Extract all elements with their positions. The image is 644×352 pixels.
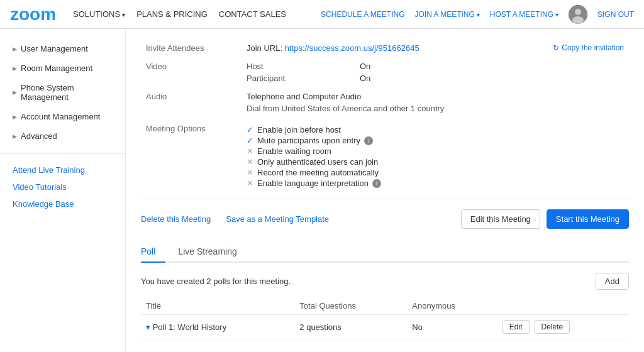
info-icon: i (364, 136, 373, 145)
tabs-bar: Poll Live Streaming (141, 241, 629, 263)
solutions-dropdown-icon (122, 9, 125, 19)
copy-icon: ↻ (553, 43, 559, 52)
poll-anonymous-cell: No (407, 315, 497, 339)
video-host-row: Host On (247, 62, 624, 71)
sidebar-link-knowledge-base[interactable]: Knowledge Base (0, 195, 125, 212)
option-label: Only authenticated users can join (257, 157, 378, 167)
option-label: Enable language interpretation (257, 179, 369, 188)
join-url-text: Join URL: https://success.zoom.us/j/9516… (247, 43, 419, 53)
invite-attendees-value: Join URL: https://success.zoom.us/j/9516… (242, 39, 629, 57)
sidebar-item-phone-system-management[interactable]: ▶ Phone System Management (0, 78, 125, 107)
edit-meeting-button[interactable]: Edit this Meeting (461, 209, 540, 229)
add-poll-button[interactable]: Add (596, 273, 629, 290)
sidebar-link-live-training[interactable]: Attend Live Training (0, 162, 125, 179)
video-host-value: On (360, 62, 370, 71)
meeting-option-3: ✕Only authenticated users can join (247, 157, 624, 167)
svg-text:zoom: zoom (10, 6, 56, 23)
poll-col-total-questions: Total Questions (294, 297, 407, 315)
sidebar-item-room-management[interactable]: ▶ Room Management (0, 58, 125, 78)
poll-count-text: You have created 2 polls for this meetin… (141, 277, 291, 286)
delete-meeting-button[interactable]: Delete this Meeting (141, 214, 211, 224)
avatar[interactable] (569, 5, 587, 24)
header: zoom SOLUTIONS PLANS & PRICING CONTACT S… (0, 0, 644, 29)
video-participant-row: Participant On (247, 74, 624, 83)
meeting-options-label: Meeting Options (141, 118, 242, 194)
check-mark-icon: ✓ (247, 136, 253, 145)
poll-col-actions (497, 297, 629, 315)
nav-plans-pricing[interactable]: PLANS & PRICING (136, 9, 208, 19)
main-content: Invite Attendees Join URL: https://succe… (126, 29, 644, 352)
sidebar-item-advanced[interactable]: ▶ Advanced (0, 126, 125, 146)
invite-row-content: Join URL: https://success.zoom.us/j/9516… (247, 43, 624, 53)
header-right: SCHEDULE A MEETING JOIN A MEETING HOST A… (321, 5, 634, 24)
meeting-option-4: ✕Record the meeting automatically (247, 168, 624, 177)
sidebar: ▶ User Management ▶ Room Management ▶ Ph… (0, 29, 126, 352)
join-url-link[interactable]: https://success.zoom.us/j/951662645 (285, 43, 419, 53)
tab-poll[interactable]: Poll (141, 241, 165, 263)
sidebar-item-account-management[interactable]: ▶ Account Management (0, 107, 125, 126)
action-bar-left: Delete this Meeting Save as a Meeting Te… (141, 214, 329, 224)
table-row: ▾ Poll 1: World History2 questionsNoEdit… (141, 315, 629, 339)
x-mark-icon: ✕ (247, 168, 253, 177)
save-template-button[interactable]: Save as a Meeting Template (226, 214, 329, 224)
sidebar-link-video-tutorials[interactable]: Video Tutorials (0, 179, 125, 195)
host-meeting-link[interactable]: HOST A MEETING (490, 10, 558, 19)
video-participant-label: Participant (247, 74, 297, 83)
sidebar-divider (0, 153, 125, 154)
tabs-section: Poll Live Streaming You have created 2 p… (141, 241, 629, 339)
x-mark-icon: ✕ (247, 157, 253, 167)
video-host-label: Host (247, 62, 297, 71)
sidebar-item-user-management[interactable]: ▶ User Management (0, 39, 125, 58)
video-row: Video Host On Participant On (141, 57, 629, 87)
tab-live-streaming[interactable]: Live Streaming (178, 241, 247, 263)
option-label: Mute participants upon entry (257, 136, 360, 145)
audio-label: Audio (141, 87, 242, 118)
poll-title-cell: ▾ Poll 1: World History (141, 315, 294, 339)
poll-info: You have created 2 polls for this meetin… (141, 273, 629, 290)
poll-expand-icon[interactable]: ▾ (146, 322, 153, 332)
logo[interactable]: zoom (10, 6, 60, 23)
video-label: Video (141, 57, 242, 87)
invite-attendees-label: Invite Attendees (141, 39, 242, 57)
action-bar-right: Edit this Meeting Start this Meeting (461, 209, 629, 229)
poll-table-header: Title Total Questions Anonymous (141, 297, 629, 315)
svg-point-2 (575, 9, 581, 15)
svg-point-3 (572, 16, 584, 24)
poll-col-anonymous: Anonymous (407, 297, 497, 315)
layout: ▶ User Management ▶ Room Management ▶ Ph… (0, 29, 644, 352)
schedule-meeting-link[interactable]: SCHEDULE A MEETING (321, 10, 404, 19)
video-section: Host On Participant On (247, 62, 624, 83)
video-value: Host On Participant On (242, 57, 629, 87)
join-meeting-link[interactable]: JOIN A MEETING (414, 10, 479, 19)
option-label: Record the meeting automatically (257, 168, 379, 177)
audio-row: Audio Telephone and Computer Audio Dial … (141, 87, 629, 118)
meeting-option-2: ✕Enable waiting room (247, 146, 624, 156)
options-list: ✓Enable join before host✓Mute participan… (247, 125, 624, 188)
copy-invitation-link[interactable]: ↻ Copy the invitation (553, 43, 624, 52)
meeting-option-1: ✓Mute participants upon entryi (247, 136, 624, 145)
poll-delete-button[interactable]: Delete (535, 320, 570, 334)
poll-row-actions: EditDelete (502, 320, 624, 334)
nav-solutions[interactable]: SOLUTIONS (73, 9, 125, 19)
meeting-options-value: ✓Enable join before host✓Mute participan… (242, 118, 629, 194)
action-bar: Delete this Meeting Save as a Meeting Te… (141, 199, 629, 236)
sign-out-link[interactable]: SIGN OUT (597, 10, 634, 19)
start-meeting-button[interactable]: Start this Meeting (547, 209, 629, 229)
meeting-option-0: ✓Enable join before host (247, 125, 624, 135)
main-nav: SOLUTIONS PLANS & PRICING CONTACT SALES (73, 9, 321, 19)
option-label: Enable join before host (257, 125, 341, 135)
host-dropdown-icon (555, 10, 558, 19)
audio-type: Telephone and Computer Audio (247, 92, 624, 101)
x-mark-icon: ✕ (247, 146, 253, 156)
poll-actions-cell: EditDelete (497, 315, 629, 339)
meeting-options-row: Meeting Options ✓Enable join before host… (141, 118, 629, 194)
invite-attendees-row: Invite Attendees Join URL: https://succe… (141, 39, 629, 57)
poll-table: Title Total Questions Anonymous ▾ Poll 1… (141, 297, 629, 339)
option-label: Enable waiting room (257, 146, 331, 156)
nav-contact-sales[interactable]: CONTACT SALES (219, 9, 286, 19)
video-participant-value: On (360, 74, 370, 83)
meeting-option-5: ✕Enable language interpretationi (247, 179, 624, 188)
poll-edit-button[interactable]: Edit (502, 320, 530, 334)
poll-col-title: Title (141, 297, 294, 315)
x-mark-icon: ✕ (247, 179, 253, 188)
